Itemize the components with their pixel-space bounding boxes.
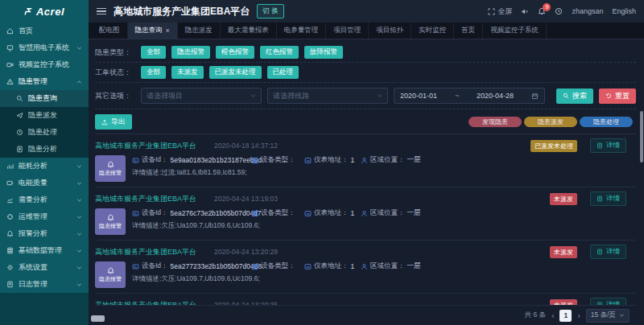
reset-button[interactable]: 重置: [599, 88, 636, 104]
id-card-icon: [132, 157, 139, 164]
collapse-menu-icon[interactable]: [97, 8, 106, 15]
sidebar-item-power-quality[interactable]: 电能质量: [0, 175, 89, 191]
tab-hazard-query[interactable]: 隐患查询 ×: [128, 23, 178, 39]
notifications-button[interactable]: 9: [538, 7, 546, 15]
hazard-description: 详情描述:过流:Ia81.6,Ib81.59,Ic81.59;: [132, 168, 626, 178]
switch-button[interactable]: 切 换: [257, 4, 283, 19]
fullscreen-icon: [488, 8, 495, 15]
document-icon: [597, 249, 603, 255]
tab-parameter-management[interactable]: 电参量管理: [277, 23, 327, 39]
tab-distribution-diagram[interactable]: 配电图: [92, 23, 128, 39]
row-title-link[interactable]: 高地城市服务产业集团EBA平台: [95, 141, 196, 151]
detail-button[interactable]: 详情: [590, 245, 626, 259]
detail-button[interactable]: 详情: [590, 191, 626, 206]
chevron-down-icon: [250, 93, 256, 98]
tab-project-topology[interactable]: 项目拓扑: [369, 23, 411, 39]
project-select[interactable]: 请选择项目: [141, 88, 262, 104]
filter-row-hazard-type: 隐患类型： 全部 隐患报警 橙色报警 红色报警 故障报警: [95, 43, 636, 63]
sidebar-item-base-data[interactable]: 基础数据管理: [0, 242, 89, 259]
status-badge: 已派发未处理: [530, 140, 577, 152]
sidebar-item-hazard-management[interactable]: 隐患管理: [0, 73, 89, 90]
sidebar-item-label: 报警分析: [19, 228, 47, 239]
submenu-item-hazard-process[interactable]: 隐患处理: [0, 124, 89, 141]
page-size-select[interactable]: 15 条/页: [586, 309, 630, 323]
export-button[interactable]: 导出: [95, 114, 132, 130]
tab-home[interactable]: 首页: [454, 23, 483, 39]
sidebar-item-ops-management[interactable]: 运维管理: [0, 208, 89, 225]
calendar-icon: [531, 93, 539, 100]
sidebar-item-system-settings[interactable]: 系统设置: [0, 259, 89, 276]
status-filter-dispatched-unhandled[interactable]: 已派发未处理: [209, 66, 262, 79]
detail-button[interactable]: 详情: [590, 138, 626, 153]
field-region: 区域位置： 一层: [361, 261, 421, 271]
type-filter-orange-alarm[interactable]: 橙色报警: [216, 46, 254, 59]
next-page-button[interactable]: ›: [577, 311, 580, 320]
mute-button[interactable]: [521, 8, 529, 15]
type-filter-fault-alarm[interactable]: 故障报警: [304, 46, 343, 59]
chevron-down-icon: [76, 164, 82, 169]
status-badge: 未派发: [550, 299, 577, 306]
search-button[interactable]: 搜索: [556, 88, 593, 104]
sidebar-item-video-monitor[interactable]: 视频监控子系统: [0, 56, 89, 73]
acrel-logo: Acrel: [0, 0, 89, 23]
row-timestamp: 2020-04-18 14:37:12: [214, 142, 278, 150]
content-panel: 隐患类型： 全部 隐患报警 橙色报警 红色报警 故障报警 工单状态： 全部 未派…: [89, 39, 644, 325]
app-window: Acrel 首页 智慧用电子系统 视频监控子系统 隐患管理: [0, 0, 644, 325]
sidebar-item-label: 能耗分析: [19, 161, 47, 171]
tab-project-management[interactable]: 项目管理: [326, 23, 369, 39]
tab-max-demand-report[interactable]: 最大需量报表: [221, 23, 277, 39]
field-region: 区域位置： 一层: [361, 155, 421, 165]
sidebar-item-log-management[interactable]: 日志管理: [0, 276, 89, 293]
sidebar-item-label: 首页: [19, 26, 33, 36]
user-menu[interactable]: zhangsan: [572, 7, 603, 15]
electricity-icon: [6, 44, 14, 51]
prev-page-button[interactable]: ‹: [551, 311, 554, 320]
status-filter-all[interactable]: 全部: [141, 66, 166, 79]
sidebar-item-energy-analysis[interactable]: 能耗分析: [0, 158, 89, 175]
sidebar-item-demand-analysis[interactable]: 需量分析: [0, 191, 89, 208]
line-select[interactable]: 请选择线路: [267, 88, 388, 104]
submenu-item-hazard-dispatch[interactable]: 隐患派发: [0, 107, 89, 124]
field-device-id: 设备Id： 5e9aa0183e2b1b23187eeb9d: [132, 155, 251, 165]
gauge-icon: [304, 157, 312, 164]
fullscreen-button[interactable]: 全屏: [488, 6, 512, 17]
status-filter-undispatched[interactable]: 未派发: [171, 66, 204, 79]
id-card-icon: [132, 263, 139, 270]
language-switcher[interactable]: English: [612, 7, 636, 15]
close-tab-icon[interactable]: ×: [166, 27, 170, 35]
tab-realtime-monitor[interactable]: 实时监控: [411, 23, 454, 39]
submenu-item-hazard-query[interactable]: 隐患查询: [0, 90, 89, 107]
sidebar-item-alarm-analysis[interactable]: 报警分析: [0, 225, 89, 242]
submenu-item-hazard-analysis[interactable]: 隐患分析: [0, 141, 89, 158]
status-filter-handled[interactable]: 已处理: [267, 66, 299, 79]
type-filter-red-alarm[interactable]: 红色报警: [260, 46, 299, 59]
horizontal-scrollbar-thumb[interactable]: [91, 315, 105, 322]
main-area: 高地城市服务产业集团EBA平台 切 换 全屏 9 zhangsan E: [89, 0, 644, 325]
hazard-row: 高地城市服务产业集团EBA平台 2020-04-24 13:20:28 未派发 …: [95, 240, 636, 293]
video-icon: [6, 61, 14, 68]
vertical-scrollbar-thumb[interactable]: [640, 111, 643, 162]
sidebar-item-home[interactable]: 首页: [0, 23, 89, 39]
hazard-row: 高地城市服务产业集团EBA平台 2020-04-18 14:37:12 已派发未…: [95, 134, 636, 187]
row-title-link[interactable]: 高地城市服务产业集团EBA平台: [95, 194, 196, 204]
fullscreen-label: 全屏: [497, 6, 512, 17]
type-filter-all[interactable]: 全部: [141, 46, 166, 59]
type-filter-hazard-alarm[interactable]: 隐患报警: [171, 46, 210, 59]
page-number-button[interactable]: 1: [559, 310, 572, 322]
date-range-picker[interactable]: 2020-01-01 ~ 2020-04-28: [394, 88, 545, 104]
hazard-submenu: 隐患查询 隐患派发 隐患处理 隐患分析: [0, 90, 89, 158]
submenu-item-label: 隐患处理: [28, 127, 57, 138]
sidebar-item-smart-electricity[interactable]: 智慧用电子系统: [0, 39, 89, 56]
tab-video-subsystem[interactable]: 视频监控子系统: [483, 23, 547, 39]
device-type-icon: [251, 210, 258, 217]
hazard-type-badge: 隐患报警: [95, 155, 126, 182]
help-button[interactable]: [555, 7, 563, 15]
bell-icon: [107, 161, 114, 168]
bell-icon: [6, 230, 14, 237]
field-meter-address: 仪表地址： 1: [304, 261, 361, 271]
tab-hazard-dispatch[interactable]: 隐患派发: [178, 23, 221, 39]
detail-button[interactable]: 详情: [590, 298, 626, 305]
row-title-link[interactable]: 高地城市服务产业集团EBA平台: [95, 247, 196, 257]
bell-icon: [107, 267, 114, 274]
other-options-label: 其它选项：: [95, 91, 135, 101]
